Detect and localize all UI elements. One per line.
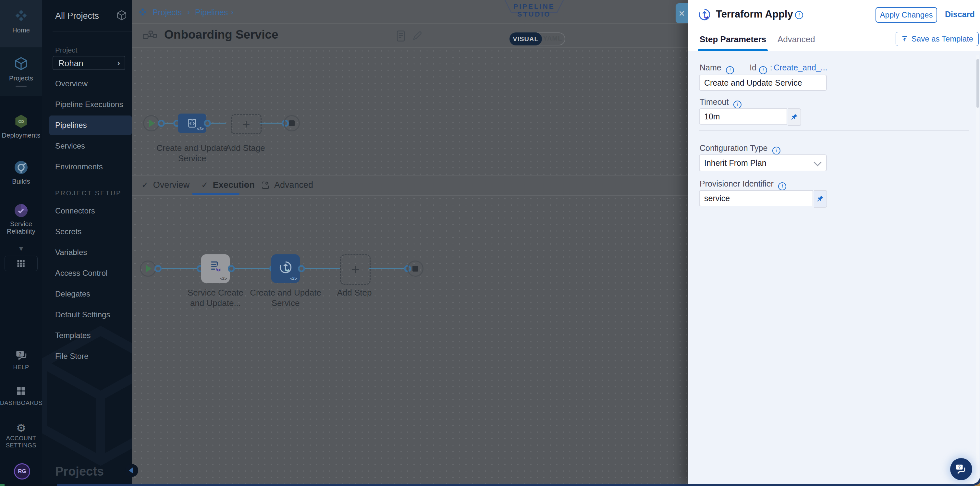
sidebar-item-pipeline-executions[interactable]: Pipeline Executions [55,100,123,109]
id-value-link[interactable]: Create_and_... [774,63,827,72]
breadcrumb-link-pipelines[interactable]: Pipelines [195,8,228,17]
project-label: Project [55,46,77,54]
tab-visual[interactable]: VISUAL [509,32,542,45]
step-config-drawer: Terraform Apply i Apply Changes Discard … [688,0,980,484]
help-chat-button[interactable]: ? [950,458,972,480]
terraform-apply-icon [278,260,293,275]
pipeline-end-node[interactable] [284,115,300,132]
chevron-right-icon: › [117,58,120,68]
custom-stage-icon [186,118,198,129]
pipeline-studio-canvas: Projects › Pipelines › PIPELINE STUDIO O… [132,0,688,484]
step-node-create-and-update-service[interactable]: </> [271,254,300,283]
sidebar-item-variables[interactable]: Variables [55,248,87,257]
execution-start-node[interactable] [140,260,156,277]
breadcrumb-separator: › [187,7,190,17]
save-as-template-button[interactable]: Save as Template [896,32,979,46]
provisioner-pin-button[interactable] [814,190,827,208]
info-icon[interactable]: i [795,11,803,19]
drawer-header: Terraform Apply i Apply Changes Discard [688,0,980,30]
step1-label: Service Create and Update... [180,287,251,308]
sidebar-item-connectors[interactable]: Connectors [55,206,95,215]
tab-step-parameters[interactable]: Step Parameters [700,34,766,44]
sidebar-item-overview[interactable]: Overview [55,79,88,88]
execution-end-node[interactable] [407,260,423,277]
play-icon [146,265,151,273]
all-projects-label[interactable]: All Projects [55,11,99,21]
module-picker-button[interactable] [5,256,38,271]
rail-account-settings[interactable]: ⚙ ACCOUNT SETTINGS [0,422,42,449]
sidebar-item-file-store[interactable]: File Store [55,352,89,361]
add-stage-button[interactable]: + [231,114,262,134]
save-template-icon [901,35,908,43]
info-icon[interactable]: i [778,182,786,191]
rail-projects-cell[interactable]: Projects [0,48,42,96]
rail-deployments[interactable]: ∞ Deployments [0,114,42,139]
breadcrumb-separator: › [231,7,234,17]
rail-dashboards[interactable]: DASHBOARDS [0,386,42,407]
provisioner-input[interactable] [699,190,813,206]
svg-text:?: ? [958,465,961,469]
rail-home-cell[interactable]: Home [0,0,42,48]
notes-icon[interactable] [396,30,405,41]
modules-chevron-icon[interactable]: ▾ [0,244,42,253]
infinity-icon: ∞ [0,116,42,126]
builds-icon [13,160,29,175]
help-chat-icon: ? [14,350,28,361]
tab-advanced[interactable]: Advanced [261,180,313,190]
info-icon[interactable]: i [759,66,767,74]
sidebar-item-default-settings[interactable]: Default Settings [55,310,110,319]
config-type-label-row: Configuration Type i [700,143,780,155]
bottom-edge-bar [57,484,980,486]
pipeline-start-node[interactable] [143,115,159,132]
add-step-button[interactable]: + [340,254,371,285]
sidebar-item-access-control[interactable]: Access Control [55,268,107,278]
sidebar-item-delegates[interactable]: Delegates [55,289,90,299]
step-node-service-create-and-update[interactable]: </> [201,254,230,283]
timeout-input[interactable] [699,108,787,125]
stage-node-create-and-update-service[interactable]: </> [178,114,206,133]
all-projects-cube-icon[interactable] [116,10,127,21]
service-reliability-icon [13,203,29,218]
apply-changes-button[interactable]: Apply Changes [875,7,937,23]
add-stage-label: Add Stage [210,143,281,153]
bottom-green-sliver [0,484,5,486]
name-label: Name [700,63,721,72]
chat-question-icon: ? [955,464,967,475]
execution-canvas [132,195,688,484]
sidebar-item-services[interactable]: Services [55,141,85,151]
edit-pencil-icon[interactable] [412,30,423,41]
name-input[interactable] [699,75,827,91]
rail-service-reliability[interactable]: Service Reliability [0,203,42,235]
sidebar-item-templates[interactable]: Templates [55,331,91,340]
tab-yaml[interactable]: YAML [541,33,565,43]
advanced-gear-box-icon [261,181,270,189]
config-type-select[interactable]: Inherit From Plan [699,154,827,171]
info-icon[interactable]: i [733,100,741,109]
drawer-scrollbar-thumb[interactable] [977,59,979,108]
collapse-arrow-icon [129,467,133,473]
tab-advanced[interactable]: Advanced [778,34,815,44]
tab-overview[interactable]: ✓ Overview [142,180,189,190]
rail-help[interactable]: ? HELP [0,350,42,371]
sidebar-item-pipelines[interactable]: Pipelines [55,121,87,130]
stop-icon [289,121,295,126]
info-icon[interactable]: i [726,66,734,74]
active-tab-underline [192,193,239,195]
project-select[interactable]: Rohan › [52,56,125,70]
pipeline-graph-icon [143,30,157,42]
sidebar-item-environments[interactable]: Environments [55,162,103,171]
sidebar-footer-title: Projects [55,465,104,478]
info-icon[interactable]: i [772,147,780,155]
sidebar-collapse-handle[interactable] [125,464,138,477]
drawer-close-button[interactable]: × [676,3,688,23]
breadcrumb-link-projects[interactable]: Projects [153,8,182,17]
rail-builds[interactable]: Builds [0,160,42,185]
avatar[interactable]: RG [14,463,30,480]
chevron-separator: › [184,179,188,191]
sidebar-item-secrets[interactable]: Secrets [55,227,81,236]
chevron-down-icon [813,158,821,166]
gear-icon: ⚙ [0,422,42,434]
drawer-scrollbar-track[interactable] [976,54,979,476]
discard-button[interactable]: Discard [945,10,975,19]
timeout-pin-button[interactable] [788,108,801,126]
